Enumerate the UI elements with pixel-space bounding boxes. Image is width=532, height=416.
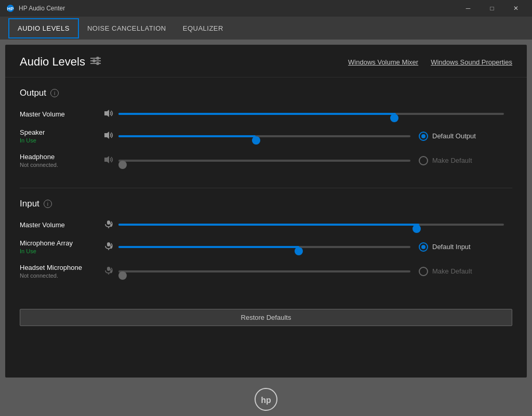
svg-marker-9 xyxy=(104,132,109,139)
svg-rect-15 xyxy=(107,267,110,271)
tab-audio-levels[interactable]: AUDIO LEVELS xyxy=(8,18,79,38)
main-content: Audio Levels Windows Volume Mixer Window… xyxy=(5,45,527,378)
restore-defaults-button[interactable]: Restore Defaults xyxy=(20,309,512,326)
microphone-array-slider[interactable] xyxy=(118,242,410,252)
headphone-default-radio[interactable] xyxy=(419,156,428,165)
microphone-array-default-label: Default Input xyxy=(432,243,471,251)
header-right: Windows Volume Mixer Windows Sound Prope… xyxy=(348,58,512,66)
headset-microphone-radio-group[interactable]: Make Default xyxy=(419,267,512,276)
headphone-icon xyxy=(103,155,114,165)
minimize-button[interactable]: ─ xyxy=(456,0,480,17)
close-button[interactable]: ✕ xyxy=(504,0,528,17)
headphone-default-label: Make Default xyxy=(432,157,472,164)
input-master-volume-label-col: Master Volume xyxy=(20,220,103,229)
headset-microphone-default-label: Make Default xyxy=(432,267,472,275)
output-section-header: Output i xyxy=(20,88,512,98)
input-master-volume-row: Master Volume xyxy=(20,219,512,230)
svg-rect-13 xyxy=(107,242,110,246)
title-bar: HP HP Audio Center ─ □ ✕ xyxy=(0,0,532,17)
page-title: Audio Levels xyxy=(20,55,85,69)
headphone-label: Headphone xyxy=(20,153,103,161)
speaker-status: In Use xyxy=(20,137,103,144)
microphone-array-label-col: Microphone Array In Use xyxy=(20,239,103,254)
headset-microphone-label: Headset Microphone xyxy=(20,264,103,271)
headphone-status: Not connected. xyxy=(20,162,103,168)
speaker-row: Speaker In Use xyxy=(20,128,512,144)
window-title: HP Audio Center xyxy=(19,5,65,12)
headphone-slider[interactable] xyxy=(118,155,410,166)
windows-volume-mixer-link[interactable]: Windows Volume Mixer xyxy=(348,58,418,66)
svg-marker-10 xyxy=(104,156,109,163)
windows-sound-properties-link[interactable]: Windows Sound Properties xyxy=(431,58,512,66)
nav-bar: AUDIO LEVELS NOISE CANCELLATION EQUALIZE… xyxy=(0,17,532,40)
microphone-array-label: Microphone Array xyxy=(20,239,103,247)
microphone-array-row: Microphone Array In Use xyxy=(20,239,512,254)
title-bar-left: HP HP Audio Center xyxy=(6,4,65,12)
app-window: HP HP Audio Center ─ □ ✕ AUDIO LEVELS NO… xyxy=(0,0,532,416)
speaker-label: Speaker xyxy=(20,128,103,136)
headset-microphone-slider[interactable] xyxy=(118,266,410,277)
headset-microphone-status: Not connected. xyxy=(20,272,103,279)
svg-point-6 xyxy=(92,59,96,62)
input-info-icon[interactable]: i xyxy=(44,200,52,208)
headset-microphone-row: Headset Microphone Not connected. xyxy=(20,264,512,279)
headset-microphone-label-col: Headset Microphone Not connected. xyxy=(20,264,103,279)
headphone-row: Headphone Not connected. xyxy=(20,153,512,168)
headphone-label-col: Headphone Not connected. xyxy=(20,153,103,168)
mic-icon-2 xyxy=(103,242,114,252)
speaker-radio-group[interactable]: Default Output xyxy=(419,132,512,141)
output-master-volume-slider[interactable] xyxy=(118,109,504,119)
output-title: Output xyxy=(20,88,46,98)
output-master-volume-row: Master Volume xyxy=(20,109,512,119)
input-section-header: Input i xyxy=(20,199,512,209)
input-master-volume-label: Master Volume xyxy=(20,221,65,229)
content-header: Audio Levels Windows Volume Mixer Window… xyxy=(5,45,527,77)
output-master-volume-label-col: Master Volume xyxy=(20,109,103,119)
headset-microphone-default-radio[interactable] xyxy=(419,267,428,276)
svg-rect-11 xyxy=(107,220,110,225)
maximize-button[interactable]: □ xyxy=(480,0,504,17)
input-section: Input i Master Volume xyxy=(5,188,527,298)
input-master-volume-slider[interactable] xyxy=(118,219,504,230)
title-bar-controls: ─ □ ✕ xyxy=(456,0,528,17)
mic-icon-3 xyxy=(103,266,114,276)
svg-point-5 xyxy=(96,57,99,60)
speaker-icon xyxy=(103,109,114,119)
speaker-icon-2 xyxy=(103,131,114,141)
footer: hp xyxy=(0,383,532,416)
svg-text:HP: HP xyxy=(7,6,14,11)
microphone-array-radio-group[interactable]: Default Input xyxy=(419,242,512,252)
output-section: Output i Master Volume xyxy=(5,77,527,188)
headphone-radio-group[interactable]: Make Default xyxy=(419,156,512,165)
sliders-icon xyxy=(90,57,101,67)
microphone-array-default-radio[interactable] xyxy=(419,242,428,252)
input-title: Input xyxy=(20,199,39,209)
app-icon: HP xyxy=(6,4,15,12)
microphone-array-status: In Use xyxy=(20,248,103,254)
svg-text:hp: hp xyxy=(261,396,271,405)
tab-equalizer[interactable]: EQUALIZER xyxy=(175,19,232,37)
svg-point-7 xyxy=(96,62,99,65)
output-master-volume-label: Master Volume xyxy=(20,110,65,118)
speaker-slider[interactable] xyxy=(118,131,410,141)
speaker-default-radio[interactable] xyxy=(419,132,428,141)
svg-marker-8 xyxy=(104,110,109,117)
header-left: Audio Levels xyxy=(20,55,101,69)
tab-noise-cancellation[interactable]: NOISE CANCELLATION xyxy=(79,19,175,37)
speaker-default-label: Default Output xyxy=(432,132,476,140)
output-info-icon[interactable]: i xyxy=(50,89,59,97)
mic-icon xyxy=(103,220,114,230)
hp-logo: hp xyxy=(255,388,277,411)
speaker-label-col: Speaker In Use xyxy=(20,128,103,144)
